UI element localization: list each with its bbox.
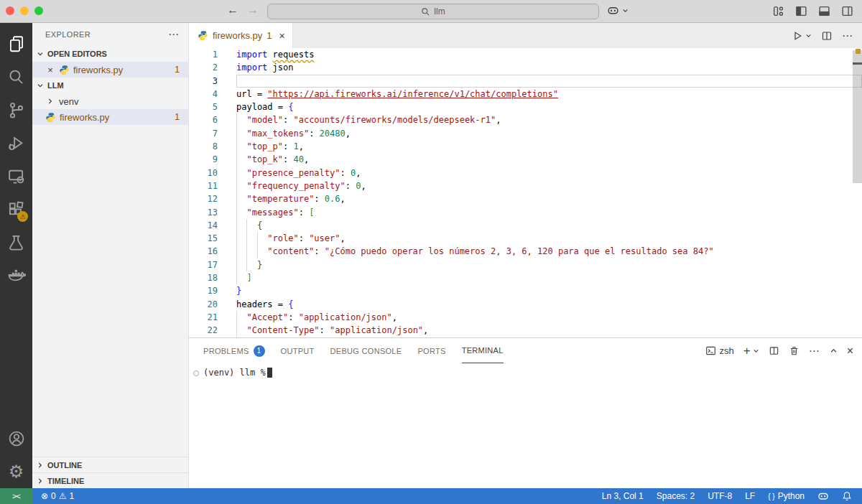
- code-line[interactable]: 7 "max_tokens": 20480,: [189, 127, 862, 140]
- code-line[interactable]: 1import requests: [189, 48, 862, 61]
- new-terminal-icon[interactable]: +: [743, 344, 751, 358]
- tab-output[interactable]: OUTPUT: [281, 338, 315, 363]
- file-item-fireworks[interactable]: fireworks.py 1: [32, 109, 188, 125]
- navigate-back-icon[interactable]: ←: [227, 4, 238, 17]
- python-file-icon: [198, 30, 208, 41]
- open-editor-filename: fireworks.py: [73, 65, 123, 75]
- code-line[interactable]: 3: [189, 75, 862, 88]
- tab-problems[interactable]: PROBLEMS 1: [203, 338, 265, 363]
- search-sidebar-icon[interactable]: [0, 60, 32, 93]
- code-line[interactable]: 6 "model": "accounts/fireworks/models/de…: [189, 113, 862, 126]
- code-line[interactable]: 10 "presence_penalty": 0,: [189, 167, 862, 179]
- code-editor[interactable]: 1import requests2import json34url = "htt…: [189, 48, 862, 337]
- code-line[interactable]: 17 }: [189, 258, 862, 271]
- toggle-panel-icon[interactable]: [818, 5, 830, 17]
- code-line[interactable]: 11 "frequency_penalty": 0,: [189, 179, 862, 192]
- code-line[interactable]: 4url = "https://api.fireworks.ai/inferen…: [189, 88, 862, 101]
- chevron-down-icon: [622, 7, 629, 14]
- command-decoration-icon: [193, 370, 199, 376]
- indentation-status[interactable]: Spaces: 2: [657, 491, 695, 501]
- command-center-search[interactable]: llm: [267, 4, 599, 19]
- search-text: llm: [434, 6, 445, 17]
- workspace-folder-header[interactable]: LLM: [32, 78, 188, 93]
- accounts-icon[interactable]: [0, 422, 32, 455]
- code-line[interactable]: 14 {: [189, 219, 862, 232]
- docker-icon[interactable]: [0, 258, 32, 291]
- chevron-right-icon: [35, 460, 45, 470]
- explorer-actions-icon[interactable]: ⋯: [168, 28, 180, 41]
- tab-debug-console[interactable]: DEBUG CONSOLE: [330, 338, 402, 363]
- close-editor-icon[interactable]: ×: [45, 65, 55, 75]
- problems-status[interactable]: ⊗ 0 ⚠ 1: [41, 491, 74, 501]
- remote-indicator[interactable]: ><: [0, 488, 32, 504]
- maximize-window-button[interactable]: [34, 6, 43, 15]
- code-line[interactable]: 20headers = {: [189, 298, 862, 311]
- warnings-count: 1: [70, 491, 75, 501]
- code-line[interactable]: 19}: [189, 284, 862, 297]
- open-editor-item[interactable]: × fireworks.py 1: [32, 62, 188, 78]
- language-mode-status[interactable]: { } Python: [768, 491, 805, 501]
- navigate-forward-icon[interactable]: →: [247, 4, 259, 17]
- terminal-cursor: [267, 368, 272, 378]
- copilot-status-icon[interactable]: [817, 490, 829, 502]
- kill-terminal-trash-icon[interactable]: [789, 345, 800, 356]
- source-control-icon[interactable]: [0, 93, 32, 126]
- maximize-panel-chevron-icon[interactable]: [830, 347, 838, 355]
- testing-icon[interactable]: [0, 225, 32, 258]
- notifications-bell-icon[interactable]: [842, 491, 852, 501]
- run-debug-icon[interactable]: [0, 126, 32, 159]
- remote-explorer-icon[interactable]: [0, 159, 32, 192]
- customize-layout-icon[interactable]: [772, 5, 784, 17]
- split-editor-icon[interactable]: [821, 30, 833, 42]
- toggle-primary-sidebar-icon[interactable]: [795, 5, 807, 17]
- code-line[interactable]: 5payload = {: [189, 101, 862, 113]
- tab-ports[interactable]: PORTS: [417, 338, 445, 363]
- code-line[interactable]: 16 "content": "¿Cómo puedo operar los nú…: [189, 245, 862, 258]
- toggle-secondary-sidebar-icon[interactable]: [841, 5, 853, 17]
- split-terminal-icon[interactable]: [769, 345, 779, 356]
- encoding-status[interactable]: UTF-8: [708, 491, 732, 501]
- code-line[interactable]: 13 "messages": [: [189, 206, 862, 219]
- problems-count-badge: 1: [175, 65, 180, 75]
- code-line[interactable]: 18 ]: [189, 271, 862, 284]
- code-line[interactable]: 9 "top_k": 40,: [189, 153, 862, 166]
- outline-section-header[interactable]: OUTLINE: [32, 457, 188, 472]
- open-editors-header[interactable]: OPEN EDITORS: [32, 46, 188, 62]
- python-file-icon: [59, 65, 70, 75]
- cursor-position-status[interactable]: Ln 3, Col 1: [602, 491, 644, 501]
- close-window-button[interactable]: [6, 6, 14, 15]
- code-line[interactable]: 8 "top_p": 1,: [189, 140, 862, 153]
- terminal-content[interactable]: (venv) llm %: [189, 363, 862, 488]
- close-tab-icon[interactable]: ×: [279, 30, 285, 42]
- code-line[interactable]: 2import json: [189, 61, 862, 74]
- tab-terminal[interactable]: TERMINAL: [462, 338, 504, 363]
- code-line[interactable]: 22 "Content-Type": "application/json",: [189, 324, 862, 337]
- settings-gear-icon[interactable]: ⚙: [0, 455, 32, 488]
- eol-status[interactable]: LF: [745, 491, 755, 501]
- overview-warning-mark: [856, 49, 861, 54]
- editor-tab-bar: fireworks.py 1 × ⋯: [189, 23, 862, 48]
- problems-badge: 1: [254, 345, 265, 357]
- extensions-icon[interactable]: ⚠: [0, 192, 32, 225]
- more-actions-icon[interactable]: ⋯: [842, 29, 853, 42]
- code-line[interactable]: 15 "role": "user",: [189, 232, 862, 245]
- shell-selector[interactable]: zsh: [705, 345, 733, 356]
- chevron-down-icon: [35, 80, 45, 90]
- run-dropdown-chevron-icon[interactable]: [805, 32, 812, 39]
- chevron-right-icon: [45, 96, 55, 106]
- minimize-window-button[interactable]: [20, 6, 29, 15]
- timeline-section-header[interactable]: TIMELINE: [32, 472, 188, 488]
- explorer-icon[interactable]: [0, 27, 32, 60]
- editor-scrollbar[interactable]: [853, 50, 862, 183]
- copilot-menu[interactable]: [607, 4, 629, 17]
- terminal-dropdown-chevron-icon[interactable]: [753, 347, 759, 354]
- panel-more-actions-icon[interactable]: ⋯: [809, 345, 820, 358]
- tab-fireworks-py[interactable]: fireworks.py 1 ×: [189, 23, 293, 48]
- code-line[interactable]: 21 "Accept": "application/json",: [189, 311, 862, 324]
- tab-problems-badge: 1: [267, 30, 272, 41]
- run-python-file-icon[interactable]: [792, 30, 803, 42]
- code-line[interactable]: 12 "temperature": 0.6,: [189, 192, 862, 205]
- folder-item-venv[interactable]: venv: [32, 93, 188, 109]
- close-panel-icon[interactable]: ×: [847, 345, 853, 358]
- sidebar-title: EXPLORER: [45, 30, 168, 39]
